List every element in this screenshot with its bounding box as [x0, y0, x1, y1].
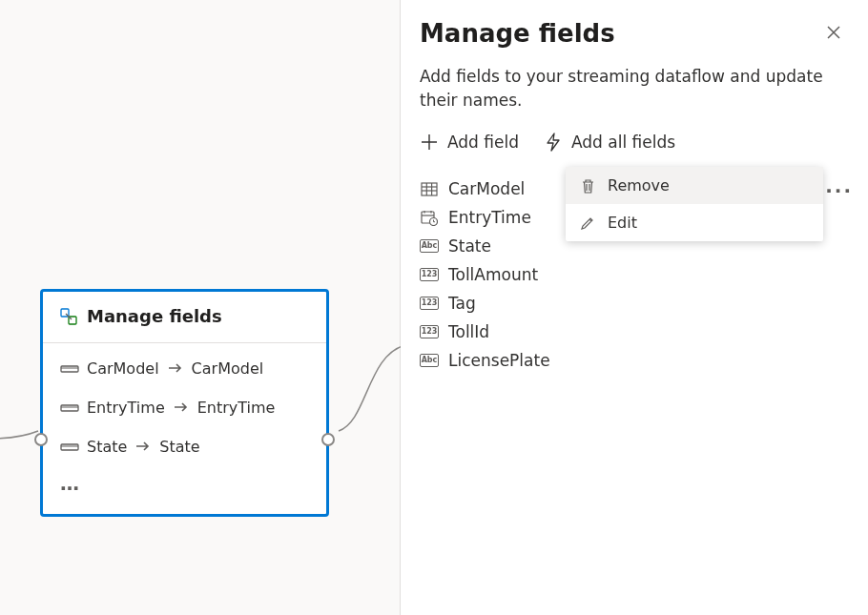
mapping-to: EntryTime — [197, 399, 276, 417]
panel-header: Manage fields — [420, 17, 849, 48]
datetime-type-icon — [420, 209, 439, 226]
svg-rect-8 — [422, 183, 437, 195]
svg-rect-6 — [61, 444, 78, 450]
field-name: LicensePlate — [448, 351, 550, 370]
svg-rect-4 — [61, 405, 78, 411]
field-item[interactable]: 123 TollId — [420, 318, 849, 346]
field-name: EntryTime — [448, 208, 531, 227]
close-icon — [827, 26, 840, 39]
add-field-button[interactable]: Add field — [420, 133, 519, 152]
mapping-row[interactable]: CarModel CarModel — [60, 349, 309, 388]
add-all-fields-button[interactable]: Add all fields — [544, 133, 675, 152]
arrow-right-icon — [134, 438, 152, 456]
mapping-row[interactable]: State State — [60, 427, 309, 466]
mapping-from: State — [87, 438, 127, 456]
close-button[interactable] — [818, 17, 849, 48]
lightning-icon — [544, 133, 563, 152]
field-name: TollId — [448, 322, 489, 341]
manage-fields-icon — [60, 308, 77, 325]
trash-icon — [579, 178, 596, 194]
column-icon — [60, 441, 79, 453]
column-icon — [60, 363, 79, 375]
field-item[interactable]: Abc LicensePlate — [420, 346, 849, 375]
table-type-icon — [420, 180, 439, 197]
mapping-to: State — [159, 438, 199, 456]
field-item[interactable]: 123 TollAmount — [420, 260, 849, 289]
panel-actions: Add field Add all fields — [420, 133, 849, 152]
text-type-icon: Abc — [420, 352, 439, 369]
number-type-icon: 123 — [420, 266, 439, 283]
manage-fields-panel: Manage fields Add fields to your streami… — [401, 0, 868, 615]
mapping-row[interactable]: EntryTime EntryTime — [60, 388, 309, 427]
node-input-port[interactable] — [34, 433, 48, 446]
text-type-icon: Abc — [420, 237, 439, 255]
node-title: Manage fields — [87, 306, 222, 326]
field-more-button[interactable]: ··· — [825, 179, 853, 202]
menu-edit[interactable]: Edit — [566, 204, 823, 241]
field-name: TollAmount — [448, 265, 538, 284]
field-name: State — [448, 236, 491, 256]
pencil-icon — [579, 215, 596, 231]
node-header: Manage fields — [43, 292, 326, 343]
app-root: Manage fields CarModel CarModel — [0, 0, 868, 615]
arrow-right-icon — [173, 399, 190, 417]
field-item[interactable]: 123 Tag — [420, 289, 849, 318]
mapping-from: CarModel — [87, 359, 159, 378]
mapping-to: CarModel — [192, 359, 264, 378]
field-name: CarModel — [448, 179, 525, 198]
add-all-fields-label: Add all fields — [571, 133, 675, 152]
node-overflow[interactable]: … — [60, 466, 309, 504]
menu-edit-label: Edit — [608, 214, 637, 232]
add-field-label: Add field — [447, 133, 519, 152]
node-output-port[interactable] — [321, 433, 335, 446]
panel-description: Add fields to your streaming dataflow an… — [420, 65, 849, 112]
arrow-right-icon — [167, 359, 184, 378]
flow-canvas[interactable]: Manage fields CarModel CarModel — [0, 0, 401, 615]
manage-fields-node[interactable]: Manage fields CarModel CarModel — [40, 289, 329, 517]
field-context-menu: Remove Edit — [566, 167, 823, 241]
menu-remove[interactable]: Remove — [566, 167, 823, 204]
edge-out — [329, 345, 405, 441]
svg-rect-2 — [61, 366, 78, 372]
field-name: Tag — [448, 294, 476, 313]
panel-title: Manage fields — [420, 19, 615, 48]
plus-icon — [420, 133, 439, 152]
field-list: ··· Remove Edit — [420, 174, 849, 375]
number-type-icon: 123 — [420, 323, 439, 340]
number-type-icon: 123 — [420, 295, 439, 312]
column-icon — [60, 402, 79, 414]
node-body: CarModel CarModel EntryTime EntryTime — [43, 343, 326, 514]
menu-remove-label: Remove — [608, 176, 670, 195]
mapping-from: EntryTime — [87, 399, 165, 417]
